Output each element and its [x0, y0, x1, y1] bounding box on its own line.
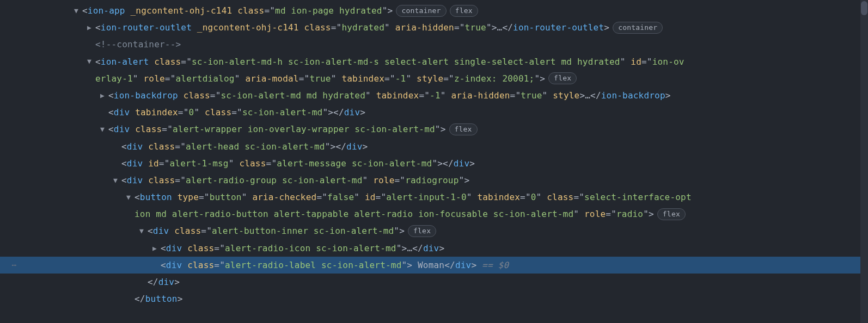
token-punct [143, 141, 148, 152]
dom-node-line[interactable]: <!--container--> [95, 36, 181, 53]
dom-node-line[interactable]: <ion-app _ngcontent-ohj-c141 class="md i… [82, 2, 393, 19]
tree-row[interactable]: </button> [0, 290, 868, 307]
token-punct: " [459, 175, 464, 185]
tree-row[interactable]: ▼<div class="alert-button-inner sc-ion-a… [0, 222, 868, 239]
token-punct: =" [175, 141, 186, 152]
layout-badge-container[interactable]: container [396, 5, 446, 17]
vertical-scrollbar[interactable] [860, 0, 868, 308]
tree-row[interactable]: <div class="alert-head sc-ion-alert-md">… [0, 138, 868, 155]
token-punct: " [542, 90, 553, 101]
tree-row[interactable]: ▼<ion-alert class="sc-ion-alert-md-h sc-… [0, 53, 868, 70]
token-punct [182, 243, 187, 253]
token-attr: class [148, 141, 175, 152]
token-tag: div [153, 226, 169, 236]
tree-row[interactable]: <div id="alert-1-msg" class="alert-messa… [0, 155, 868, 172]
dom-tree[interactable]: ▼<ion-app _ngcontent-ohj-c141 class="md … [0, 0, 868, 308]
tree-row[interactable]: ion md alert-radio-button alert-tappable… [0, 206, 868, 222]
dom-node-line[interactable]: <div id="alert-1-msg" class="alert-messa… [121, 155, 475, 172]
expand-arrow-icon[interactable]: ▶ [87, 21, 95, 34]
token-val: alert-head sc-ion-alert-md [186, 141, 325, 152]
token-punct: " [643, 209, 649, 219]
tree-row[interactable]: </div> [0, 274, 868, 290]
tree-row[interactable]: ▼<button type="button" aria-checked="fal… [0, 189, 868, 206]
token-punct: " [536, 192, 547, 202]
token-punct: </ [335, 141, 346, 152]
dom-node-line[interactable]: <div class="alert-head sc-ion-alert-md">… [121, 138, 368, 155]
token-attr: class [148, 175, 175, 185]
expand-arrow-icon[interactable]: ▶ [152, 241, 161, 255]
layout-badge-flex[interactable]: flex [449, 123, 478, 135]
dom-node-line-continuation[interactable]: ion md alert-radio-button alert-tappable… [135, 206, 654, 222]
token-punct: =" [443, 73, 454, 84]
token-attr: style [417, 73, 443, 84]
layout-badge-flex[interactable]: flex [657, 208, 686, 220]
token-val: -1 [430, 90, 441, 101]
dom-node-line[interactable]: </button> [135, 290, 183, 307]
token-punct: < [95, 57, 101, 67]
token-tag: div [346, 141, 363, 152]
tree-row[interactable]: ▶<div class="alert-radio-icon sc-ion-ale… [0, 240, 868, 257]
expand-arrow-icon[interactable]: ▼ [139, 224, 148, 238]
layout-badge-flex[interactable]: flex [450, 5, 478, 17]
expand-arrow-icon[interactable]: ▼ [126, 190, 135, 204]
vertical-scroll-thumb[interactable] [861, 1, 867, 15]
token-punct: =" [214, 243, 225, 253]
tree-row[interactable]: ▼<div class="alert-radio-group sc-ion-al… [0, 172, 868, 189]
dom-node-line[interactable]: <div class="alert-radio-group sc-ion-ale… [121, 172, 469, 189]
token-punct: =" [573, 192, 584, 202]
expand-arrow-icon[interactable]: ▼ [87, 54, 95, 68]
token-val: ion md alert-radio-button alert-tappable… [135, 209, 573, 219]
dom-node-line[interactable]: <button type="button" aria-checked="fals… [135, 189, 692, 206]
token-punct: > [439, 243, 444, 253]
token-val: alert-radio-group sc-ion-alert-md [186, 175, 362, 185]
layout-badge-flex[interactable]: flex [548, 72, 577, 84]
token-val: alert-radio-label sc-ion-alert-md [225, 260, 401, 270]
expand-arrow-icon[interactable]: ▼ [113, 173, 121, 187]
expand-arrow-icon[interactable]: ▶ [100, 89, 108, 102]
token-tag: ion-router-outlet [513, 22, 604, 33]
token-val: erlay-1 [95, 73, 133, 84]
tree-row[interactable]: ▶<ion-backdrop class="sc-ion-alert-md md… [0, 87, 868, 104]
token-tag: ion-alert [101, 57, 149, 67]
token-sref: == $0 [476, 260, 509, 270]
token-punct: </ [443, 158, 454, 169]
gutter-ellipsis-icon[interactable]: ⋯ [0, 258, 28, 272]
token-punct: < [148, 226, 153, 236]
token-attr: class [237, 5, 264, 16]
token-val: button [210, 192, 242, 202]
tree-row[interactable]: <div tabindex="0" class="sc-ion-alert-md… [0, 104, 868, 121]
layout-badge-flex[interactable]: flex [408, 225, 436, 237]
expand-arrow-icon[interactable]: ▼ [100, 122, 108, 136]
token-val: alert-message sc-ion-alert-md [277, 158, 432, 169]
token-punct: " [396, 243, 402, 253]
dom-node-line[interactable]: <div tabindex="0" class="sc-ion-alert-md… [108, 104, 365, 121]
tree-row[interactable]: ▼<ion-app _ngcontent-ohj-c141 class="md … [0, 2, 868, 19]
dom-node-line[interactable]: <ion-router-outlet _ngcontent-ohj-c141 c… [95, 19, 609, 36]
token-punct: > [174, 277, 180, 287]
token-attr: class [154, 57, 181, 67]
token-punct: =" [231, 107, 242, 117]
token-val: false [327, 192, 354, 202]
dom-node-line[interactable]: <div class="alert-button-inner sc-ion-al… [148, 222, 405, 239]
token-tag: ion-app [88, 5, 125, 16]
tree-row[interactable]: ⋯<div class="alert-radio-label sc-ion-al… [0, 257, 868, 274]
token-punct: > [178, 294, 183, 304]
dom-node-line-continuation[interactable]: erlay-1" role="alertdialog" aria-modal="… [95, 70, 545, 87]
tree-row[interactable]: ▼<div class="alert-wrapper ion-overlay-w… [0, 121, 868, 138]
layout-badge-container[interactable]: container [613, 22, 663, 34]
token-tag: div [423, 243, 439, 253]
tree-row[interactable]: <!--container--> [0, 36, 868, 53]
token-attr: class [239, 158, 266, 169]
expand-arrow-icon[interactable]: ▼ [74, 4, 82, 17]
dom-node-line[interactable]: <ion-alert class="sc-ion-alert-md-h sc-i… [95, 53, 684, 70]
token-punct: =" [159, 158, 170, 169]
token-punct [130, 124, 135, 134]
dom-node-line[interactable]: <div class="alert-wrapper ion-overlay-wr… [108, 121, 446, 138]
tree-row[interactable]: erlay-1" role="alertdialog" aria-modal="… [0, 70, 868, 87]
token-punct: > [331, 141, 336, 152]
dom-node-line[interactable]: </div> [148, 274, 180, 290]
dom-node-line[interactable]: <div class="alert-radio-label sc-ion-ale… [161, 257, 509, 274]
tree-row[interactable]: ▶<ion-router-outlet _ngcontent-ohj-c141 … [0, 19, 868, 36]
dom-node-line[interactable]: <div class="alert-radio-icon sc-ion-aler… [161, 240, 444, 257]
dom-node-line[interactable]: <ion-backdrop class="sc-ion-alert-md md … [108, 87, 671, 104]
